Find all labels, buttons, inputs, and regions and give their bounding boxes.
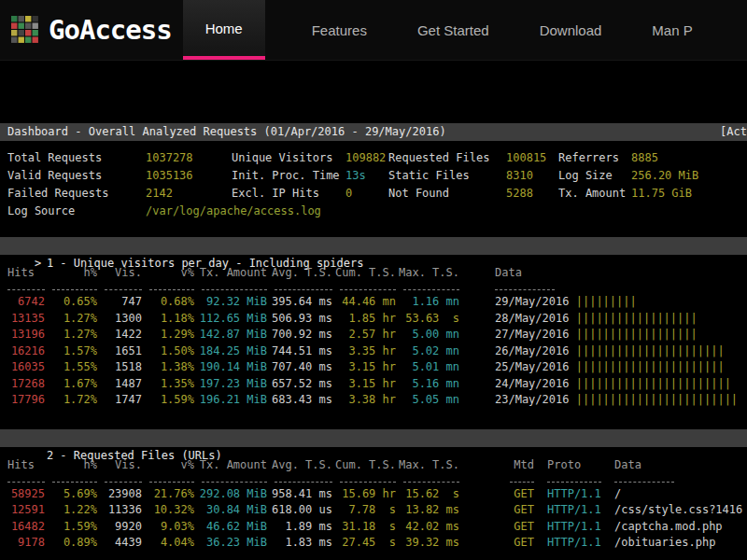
nav-item-man-page[interactable]: Man P — [648, 0, 696, 60]
table-cell: 1.16 mn — [396, 294, 459, 311]
cell-text: 0 — [345, 187, 352, 200]
table-cell: 142.87 MiB — [194, 327, 267, 343]
table-cell: 1.89 ms — [267, 519, 332, 536]
divider-cell — [605, 474, 674, 483]
cell-text: |||||||||||||||||||||| — [576, 344, 725, 357]
column-header: Vis. — [97, 457, 142, 472]
table-row: 131961.27%14221.29%142.87 MiB700.92 ms2.… — [0, 327, 747, 343]
cell-text: 1037278 — [146, 151, 193, 164]
table-cell: 1.18% — [142, 311, 194, 328]
column-header: Cum. T.S. — [332, 265, 396, 280]
divider-cell — [396, 282, 459, 291]
top-nav: GoAccess Home Features Get Started Downl… — [0, 0, 747, 61]
cell-text: 1.16 mn — [412, 295, 459, 308]
brand-name[interactable]: GoAccess — [49, 14, 172, 46]
table-row: 125911.22%1133610.32%30.84 MiB618.00 us7… — [0, 502, 747, 519]
cell-text: /css/style.css?1416 — [614, 503, 742, 516]
column-header: Tx. Amount — [194, 265, 267, 280]
divider-dashes — [495, 284, 555, 290]
table-row: 162161.57%16511.50%184.25 MiB744.51 ms3.… — [0, 343, 747, 360]
table-row: 177961.72%17471.59%196.21 MiB683.43 ms3.… — [0, 392, 747, 409]
cell-text: |||||||||||||||||||||||| — [576, 393, 738, 406]
cell-text: /obituaries.php — [614, 536, 715, 549]
cell-text: 657.52 ms — [272, 377, 332, 390]
nav-item-features[interactable]: Features — [308, 0, 371, 60]
cell-text: 5.02 mn — [412, 344, 459, 357]
cell-text: Log Source — [7, 204, 75, 217]
table-cell: HTTP/1.1 — [534, 519, 605, 536]
cell-text: 13135 — [11, 312, 45, 325]
column-header: Vis. — [97, 265, 142, 280]
cell-text: 42.02 ms — [405, 520, 459, 533]
cell-text: Excl. IP Hits — [232, 187, 319, 200]
table-cell: 13196 — [0, 327, 45, 343]
table-cell: 23908 — [97, 486, 142, 503]
divider-cell — [97, 282, 142, 291]
cell-text: 1.22% — [63, 503, 97, 516]
table-row: 172681.67%14871.35%197.23 MiB657.52 ms3.… — [0, 376, 747, 393]
cell-text: 1.50% — [161, 344, 194, 357]
cell-text: 4439 — [115, 536, 142, 549]
table-cell: 5288 — [506, 185, 558, 203]
brand[interactable]: GoAccess — [0, 0, 181, 60]
divider-dashes — [52, 476, 97, 483]
table-cell: 683.43 ms — [267, 392, 332, 409]
table-cell: 657.52 ms — [267, 376, 332, 393]
table-cell: 190.14 MiB — [194, 359, 267, 376]
table-row: Valid Requests1035136Init. Proc. Time13s… — [7, 167, 747, 185]
header-divider-row — [0, 474, 747, 486]
cell-text: 1.18% — [161, 312, 194, 325]
cell-text: Total Requests — [7, 151, 102, 164]
cell-text: 17796 — [11, 393, 45, 406]
cell-text: 1747 — [115, 393, 142, 406]
divider-dashes — [275, 284, 332, 290]
table-row: 589255.69%2390821.76%292.08 MiB958.41 ms… — [0, 486, 747, 503]
table-cell: 506.93 ms — [267, 311, 332, 328]
cell-text: / — [614, 487, 621, 500]
column-header: Data — [605, 457, 641, 472]
table-cell: 5.05 mn — [396, 392, 459, 409]
table-cell: /obituaries.php — [605, 535, 715, 552]
table-cell: 5.02 mn — [396, 343, 459, 360]
cell-text: GET — [514, 503, 534, 516]
divider-cell — [267, 474, 332, 483]
table-cell: 1300 — [97, 311, 142, 328]
table-row: 131351.27%13001.18%112.65 MiB506.93 ms1.… — [0, 311, 747, 328]
table-cell: 31.18 s — [332, 519, 396, 536]
table-cell: 100815 — [506, 149, 558, 167]
panel-header-requested-files[interactable]: 2 - Requested Files (URLs) — [0, 429, 747, 447]
divider-cell — [45, 474, 97, 483]
table-cell: 109882 — [345, 149, 388, 167]
cell-text: 29/May/2016 — [495, 295, 576, 308]
panel-header-unique-visitors[interactable]: >1 - Unique visitors per day - Including… — [0, 237, 747, 255]
table-cell: 7.78 s — [332, 502, 396, 519]
cell-text: 5.00 mn — [412, 328, 459, 341]
cell-text: 46.62 MiB — [206, 520, 267, 533]
table-cell: Failed Requests — [7, 185, 146, 203]
cell-text: GET — [514, 536, 534, 549]
cell-text: 11336 — [108, 503, 142, 516]
nav-item-get-started[interactable]: Get Started — [414, 0, 493, 60]
table-cell: 16482 — [0, 519, 45, 536]
cell-text: 1.59% — [63, 520, 97, 533]
cell-text: 30.84 MiB — [206, 503, 267, 516]
cell-text: 6742 — [18, 295, 45, 308]
cell-text: 11.75 GiB — [631, 187, 692, 200]
table-cell: 618.00 us — [267, 502, 332, 519]
nav-item-download[interactable]: Download — [536, 0, 606, 60]
table-cell: 11.75 GiB — [631, 185, 695, 203]
dashboard-title-bar: Dashboard - Overall Analyzed Requests (0… — [0, 123, 747, 141]
cell-text: Failed Requests — [7, 187, 108, 200]
cell-text: Requested Files — [388, 151, 489, 164]
column-header: v% — [142, 457, 194, 472]
table-cell: Valid Requests — [7, 167, 146, 185]
nav-item-home[interactable]: Home — [183, 0, 265, 60]
cell-text: 21.76% — [154, 487, 194, 500]
cell-text: 31.18 s — [342, 520, 396, 533]
table-cell: 25/May/2016 |||||||||||||||||||||| — [459, 359, 725, 376]
table-header-row: Hitsh%Vis.v%Tx. AmountAvg. T.S.Cum. T.S.… — [0, 457, 747, 474]
divider-dashes — [149, 476, 194, 483]
cell-text: 15.69 hr — [342, 487, 396, 500]
cell-text: 100815 — [506, 151, 546, 164]
table-cell: 1.85 hr — [332, 311, 396, 328]
